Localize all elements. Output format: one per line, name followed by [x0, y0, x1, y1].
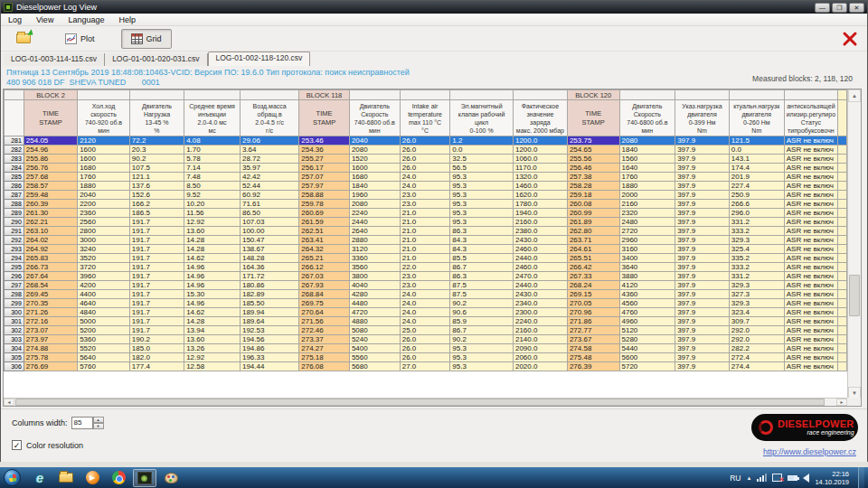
- table-row[interactable]: 298269.454400191.715.30182.89268.8442802…: [5, 290, 847, 299]
- grid-cell[interactable]: 397.9: [675, 263, 730, 272]
- grid-cell[interactable]: 14.62: [184, 308, 241, 317]
- grid-cell[interactable]: 5680: [349, 362, 400, 371]
- scroll-left-arrow-icon[interactable]: ◄: [4, 399, 14, 406]
- table-row[interactable]: 294265.833520191.714.62148.28265.2133602…: [5, 254, 847, 263]
- grid-cell[interactable]: 21.0: [400, 218, 450, 227]
- grid-cell[interactable]: 191.7: [129, 281, 184, 290]
- grid-cell[interactable]: 60.92: [240, 191, 298, 200]
- grid-cell[interactable]: ASR не включ: [784, 227, 837, 236]
- grid-cell[interactable]: 194.44: [240, 362, 298, 371]
- grid-cell[interactable]: 1600: [78, 145, 130, 155]
- grid-cell[interactable]: 191.7: [129, 272, 184, 281]
- grid-cell[interactable]: 262.51: [299, 227, 350, 236]
- grid-cell[interactable]: ASR не включ: [784, 317, 837, 326]
- grid-cell[interactable]: 95.3: [450, 209, 514, 218]
- grid-cell[interactable]: 24.0: [400, 290, 450, 299]
- grid-cell[interactable]: 25.0: [400, 326, 450, 335]
- grid-cell[interactable]: 276.08: [299, 362, 350, 371]
- grid-cell[interactable]: 397.9: [675, 272, 730, 281]
- table-row[interactable]: 295266.733720191.714.96164.36266.1235602…: [5, 263, 847, 272]
- grid-cell[interactable]: 0.0: [729, 145, 784, 155]
- signal-strength-icon[interactable]: [757, 474, 767, 482]
- grid-cell[interactable]: 1520: [349, 155, 400, 164]
- grid-cell[interactable]: 4200: [78, 281, 130, 290]
- grid-cell[interactable]: 397.9: [675, 335, 730, 344]
- grid-cell[interactable]: 42.42: [240, 173, 298, 182]
- table-row[interactable]: 296267.643960191.714.96171.72267.0338002…: [5, 272, 847, 281]
- grid-cell[interactable]: ASR не включ: [784, 290, 837, 299]
- grid-cell[interactable]: 87.5: [450, 290, 514, 299]
- grid-cell[interactable]: 261.30: [24, 209, 77, 218]
- grid-cell[interactable]: 259.18: [567, 191, 619, 200]
- grid-cell[interactable]: 1460.0: [513, 182, 567, 191]
- stepper-up-icon[interactable]: ▲: [93, 417, 104, 423]
- grid-cell[interactable]: 261.59: [299, 218, 350, 227]
- grid-cell[interactable]: 107.5: [129, 164, 184, 173]
- grid-cell[interactable]: 227.4: [729, 182, 784, 191]
- grid-cell[interactable]: 265.21: [299, 254, 350, 263]
- grid-cell[interactable]: 3360: [349, 254, 400, 263]
- grid-cell[interactable]: 4560: [619, 299, 675, 308]
- vertical-scroll-thumb[interactable]: [849, 275, 860, 316]
- grid-cell[interactable]: 270.96: [567, 308, 619, 317]
- grid-cell[interactable]: ASR не включ: [784, 344, 837, 353]
- grid-cell[interactable]: 397.9: [675, 164, 730, 173]
- grid-cell[interactable]: 52.44: [240, 182, 298, 191]
- grid-cell[interactable]: 260.39: [24, 200, 77, 209]
- grid-cell[interactable]: 260.08: [567, 200, 619, 209]
- row-number[interactable]: 292: [5, 236, 24, 245]
- grid-cell[interactable]: 10.20: [184, 200, 241, 209]
- table-row[interactable]: 285257.681760121.17.4842.42257.07168024.…: [5, 173, 847, 182]
- grid-cell[interactable]: 1.2: [450, 136, 514, 145]
- grid-cell[interactable]: 2080: [349, 145, 400, 155]
- grid-cell[interactable]: 14.28: [184, 245, 241, 254]
- grid-cell[interactable]: 24.0: [400, 317, 450, 326]
- row-number[interactable]: 284: [5, 164, 24, 173]
- table-row[interactable]: 287259.482040152.69.5260.92258.88196023.…: [5, 191, 847, 200]
- row-number[interactable]: 300: [5, 308, 24, 317]
- grid-cell[interactable]: 263.10: [24, 227, 77, 236]
- grid-cell[interactable]: 5080: [349, 326, 400, 335]
- grid-cell[interactable]: 23.0: [400, 272, 450, 281]
- plot-button[interactable]: Plot: [55, 29, 105, 49]
- grid-cell[interactable]: 3000: [78, 236, 130, 245]
- grid-cell[interactable]: 191.7: [129, 254, 184, 263]
- grid-cell[interactable]: 12.92: [184, 218, 241, 227]
- grid-cell[interactable]: 95.3: [450, 173, 514, 182]
- grid-cell[interactable]: 323.4: [729, 308, 784, 317]
- grid-cell[interactable]: 2460.0: [513, 263, 567, 272]
- grid-cell[interactable]: 266.42: [567, 263, 619, 272]
- grid-cell[interactable]: 266.12: [299, 263, 350, 272]
- row-number[interactable]: 288: [5, 200, 24, 209]
- grid-cell[interactable]: 2440.0: [513, 254, 567, 263]
- grid-cell[interactable]: 1560: [619, 155, 675, 164]
- row-number[interactable]: 297: [5, 281, 24, 290]
- table-row[interactable]: 300271.264840191.714.62189.94270.6447202…: [5, 308, 847, 317]
- grid-cell[interactable]: 265.83: [24, 254, 77, 263]
- grid-cell[interactable]: 3120: [349, 245, 400, 254]
- grid-cell[interactable]: 138.67: [240, 245, 298, 254]
- scroll-right-arrow-icon[interactable]: ►: [836, 399, 847, 406]
- grid-cell[interactable]: 14.62: [184, 254, 241, 263]
- grid-cell[interactable]: 0.0: [450, 145, 514, 155]
- table-row[interactable]: 290262.212560191.712.92107.03261.5924402…: [5, 218, 847, 227]
- grid-cell[interactable]: 3720: [78, 263, 130, 272]
- grid-cell[interactable]: 270.35: [24, 299, 77, 308]
- grid-cell[interactable]: 5400: [349, 344, 400, 353]
- row-number[interactable]: 303: [5, 335, 24, 344]
- grid-cell[interactable]: 397.9: [675, 218, 730, 227]
- grid-cell[interactable]: 397.9: [675, 362, 730, 371]
- active-app-icon[interactable]: [133, 469, 156, 487]
- row-number[interactable]: 285: [5, 173, 24, 182]
- grid-cell[interactable]: 85.5: [450, 254, 514, 263]
- dieselpower-website-link[interactable]: http://www.dieselpower.cz: [763, 447, 856, 456]
- row-number[interactable]: 293: [5, 245, 24, 254]
- internet-explorer-icon[interactable]: e: [28, 469, 52, 487]
- grid-cell[interactable]: 254.05: [24, 136, 77, 145]
- grid-cell[interactable]: 5440: [619, 344, 675, 353]
- grid-cell[interactable]: 5200: [78, 326, 130, 335]
- grid-cell[interactable]: 189.94: [240, 308, 298, 317]
- grid-cell[interactable]: 1600: [78, 155, 130, 164]
- grid-cell[interactable]: 2880: [349, 236, 400, 245]
- horizontal-scrollbar[interactable]: ◄ ►: [4, 398, 847, 406]
